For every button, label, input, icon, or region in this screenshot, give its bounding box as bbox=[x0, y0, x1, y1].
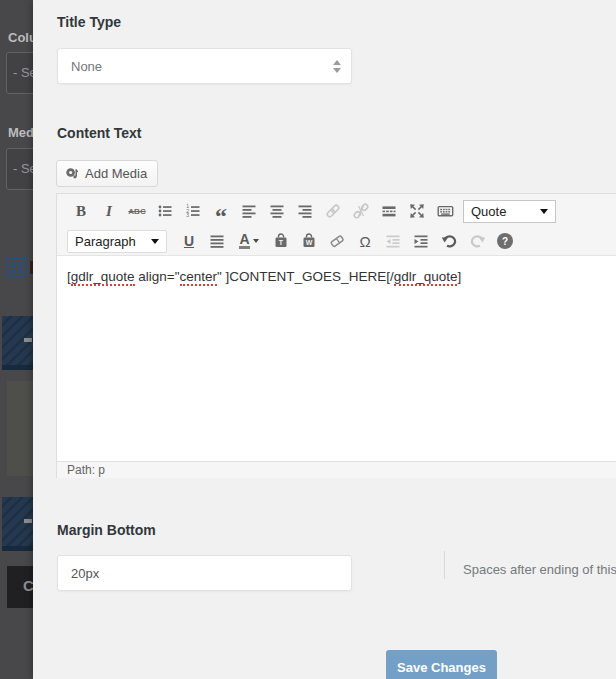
bold-button[interactable]: B bbox=[67, 199, 95, 223]
paste-from-word-button[interactable]: W bbox=[295, 229, 323, 253]
text-color-icon: A bbox=[239, 233, 249, 249]
editor-toolbar-row-2: Paragraph U A bbox=[57, 227, 519, 255]
more-tag-icon bbox=[381, 203, 397, 219]
style-dropdown-value: Quote bbox=[471, 204, 506, 219]
paste-as-text-button[interactable]: T bbox=[267, 229, 295, 253]
unlink-button[interactable] bbox=[347, 199, 375, 223]
margin-bottom-label: Margin Bottom bbox=[57, 522, 156, 538]
justify-icon bbox=[209, 233, 225, 249]
spellcheck-word: center bbox=[180, 269, 218, 286]
justify-button[interactable] bbox=[203, 229, 231, 253]
background-column-label: Colu bbox=[8, 30, 33, 45]
page-builder-grid-icon bbox=[6, 257, 27, 278]
help-icon: ? bbox=[497, 233, 513, 249]
paste-text-icon: T bbox=[273, 233, 289, 249]
content-text: " ]CONTENT_GOES_HERE[/ bbox=[217, 269, 394, 284]
align-right-icon bbox=[297, 203, 313, 219]
kitchen-sink-icon bbox=[437, 203, 454, 219]
title-type-select[interactable]: None bbox=[57, 48, 352, 84]
page: Colu - Sel Med - Sel C Title Type None C… bbox=[0, 0, 616, 679]
background-column-select-value: - Sel bbox=[13, 65, 33, 80]
spellcheck-word: gdlr_quote bbox=[394, 269, 458, 286]
bullet-list-icon bbox=[157, 203, 173, 219]
strikethrough-button[interactable]: ABC bbox=[123, 199, 151, 223]
paragraph-format-dropdown[interactable]: Paragraph bbox=[67, 230, 167, 253]
strikethrough-icon: ABC bbox=[128, 207, 145, 216]
help-button[interactable]: ? bbox=[491, 229, 519, 253]
special-character-button[interactable]: Ω bbox=[351, 229, 379, 253]
italic-button[interactable]: I bbox=[95, 199, 123, 223]
insert-link-button[interactable] bbox=[319, 199, 347, 223]
title-type-select-value: None bbox=[71, 59, 102, 74]
chevron-down-icon bbox=[540, 209, 548, 214]
fullscreen-button[interactable] bbox=[403, 199, 431, 223]
align-center-icon bbox=[269, 203, 285, 219]
redo-button[interactable] bbox=[463, 229, 491, 253]
field-divider bbox=[444, 551, 445, 579]
omega-icon: Ω bbox=[359, 233, 370, 250]
italic-icon: I bbox=[106, 203, 112, 220]
more-tag-button[interactable] bbox=[375, 199, 403, 223]
bullet-list-button[interactable] bbox=[151, 199, 179, 223]
kitchen-sink-button[interactable] bbox=[431, 199, 459, 223]
undo-button[interactable] bbox=[435, 229, 463, 253]
align-left-button[interactable] bbox=[235, 199, 263, 223]
background-media-select[interactable]: - Sel bbox=[6, 148, 33, 190]
background-builder-column: Colu - Sel Med - Sel C bbox=[0, 0, 33, 679]
content-text: align=" bbox=[135, 269, 180, 284]
editor-content-area[interactable]: [gdlr_quote align="center" ]CONTENT_GOES… bbox=[57, 255, 616, 461]
save-changes-button[interactable]: Save Changes bbox=[386, 650, 497, 679]
paragraph-format-value: Paragraph bbox=[75, 234, 136, 249]
collapse-icon bbox=[24, 338, 32, 342]
blockquote-icon: “ bbox=[215, 211, 227, 221]
underline-icon: U bbox=[184, 233, 194, 249]
style-dropdown[interactable]: Quote bbox=[463, 200, 556, 223]
editor-content-line: [gdlr_quote align="center" ]CONTENT_GOES… bbox=[57, 256, 616, 297]
editor-path-bar: Path: p bbox=[57, 461, 616, 478]
wysiwyg-editor: B I ABC 123 “ bbox=[56, 193, 616, 478]
add-media-button[interactable]: Add Media bbox=[56, 160, 158, 187]
paste-word-icon: W bbox=[301, 233, 317, 249]
spellcheck-word: gdlr_quote bbox=[71, 269, 135, 286]
text-color-button[interactable]: A bbox=[231, 229, 267, 253]
background-media-select-value: - Sel bbox=[13, 161, 33, 176]
background-media-label: Med bbox=[8, 125, 33, 140]
blockquote-button[interactable]: “ bbox=[207, 199, 235, 223]
builder-dark-button-letter: C bbox=[23, 577, 33, 594]
margin-bottom-input[interactable] bbox=[57, 555, 352, 591]
svg-text:T: T bbox=[279, 239, 284, 246]
outdent-icon bbox=[385, 233, 401, 249]
builder-item-placeholder bbox=[2, 497, 33, 551]
title-type-label: Title Type bbox=[57, 14, 121, 30]
builder-item-placeholder bbox=[2, 316, 33, 370]
svg-text:3: 3 bbox=[186, 212, 189, 218]
builder-item-body bbox=[7, 381, 33, 476]
chevron-down-icon bbox=[151, 239, 159, 244]
indent-button[interactable] bbox=[407, 229, 435, 253]
background-column-select[interactable]: - Sel bbox=[6, 52, 33, 94]
numbered-list-button[interactable]: 123 bbox=[179, 199, 207, 223]
fullscreen-icon bbox=[409, 203, 425, 219]
svg-text:W: W bbox=[306, 239, 313, 246]
indent-icon bbox=[413, 233, 429, 249]
add-media-icon bbox=[65, 165, 80, 183]
eraser-icon bbox=[329, 233, 345, 249]
chevron-down-icon bbox=[253, 239, 259, 243]
editor-toolbar-row-1: B I ABC 123 “ bbox=[57, 197, 556, 225]
content-text: ] bbox=[457, 269, 461, 284]
remove-formatting-button[interactable] bbox=[323, 229, 351, 253]
align-left-icon bbox=[241, 203, 257, 219]
shortcode-settings-modal: Title Type None Content Text Add Media bbox=[33, 0, 616, 679]
add-media-label: Add Media bbox=[85, 166, 147, 181]
redo-icon bbox=[469, 233, 486, 249]
align-right-button[interactable] bbox=[291, 199, 319, 223]
content-text-label: Content Text bbox=[57, 125, 142, 141]
numbered-list-icon: 123 bbox=[185, 203, 201, 219]
collapse-icon bbox=[24, 519, 32, 523]
outdent-button[interactable] bbox=[379, 229, 407, 253]
undo-icon bbox=[441, 233, 458, 249]
link-icon bbox=[325, 203, 341, 219]
unlink-icon bbox=[353, 203, 369, 219]
align-center-button[interactable] bbox=[263, 199, 291, 223]
underline-button[interactable]: U bbox=[175, 229, 203, 253]
